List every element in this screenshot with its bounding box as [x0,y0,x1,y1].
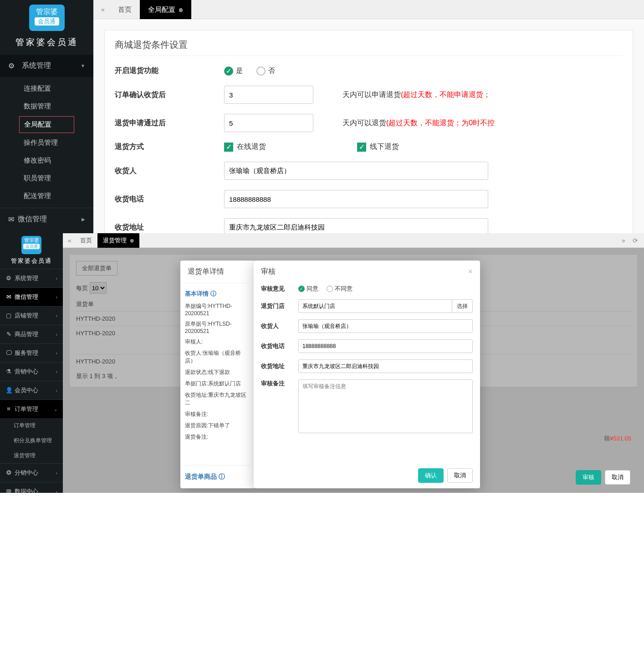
check-online-return[interactable]: ✓在线退货 [224,142,266,152]
close-icon[interactable]: × [468,267,473,276]
label-return-store: 退货门店 [261,302,298,310]
input-days-after-approve[interactable] [224,114,313,132]
nav-connect-config[interactable]: 连接配置 [0,80,93,97]
radio-agree[interactable]: ✓同意 [298,285,318,293]
main-content: « 首页 全局配置 ⊗ 商城退货条件设置 开启退货功能 ✓是 否 订单确认收货后… [93,0,644,233]
nav-global-config[interactable]: 全局配置 [19,116,74,133]
label-enable-return: 开启退货功能 [115,66,224,76]
nav-icon: ≡ [5,405,12,412]
tab-menu[interactable]: ⟳ [630,235,640,246]
confirm-button[interactable]: 确认 [418,468,444,483]
input-return-store[interactable] [298,299,452,313]
modal-audit: 审核× 审核意见 ✓同意 不同意 退货门店 [254,261,480,488]
modal-return-detail: 退货单详情 基本详情 ⓘ 单据编号:HYTTHD-20200521原单据号:HY… [180,261,255,488]
label-after-confirm: 订单确认收货后 [115,90,224,100]
info-line: 审核备注: [185,409,250,420]
nav-sub-item[interactable]: 退货管理 [0,448,63,463]
cancel-button[interactable]: 取消 [605,470,630,485]
logo: 管宗婆会员通 [21,236,41,254]
section-return-goods: 退货单商品 ⓘ [185,470,250,484]
label-phone: 收货电话 [261,342,298,350]
info-line: 退货原因:下错单了 [185,420,250,431]
settings-panel: 商城退货条件设置 开启退货功能 ✓是 否 订单确认收货后 天内可以申请退货(超过… [104,30,633,233]
hint-after-confirm: 天内可以申请退货(超过天数，不能申请退货； [342,90,491,100]
chevron-icon: ⌄ [54,407,57,412]
tab-home[interactable]: 首页 [110,0,140,19]
close-icon[interactable]: × [626,266,631,276]
check-offline-return[interactable]: ✓线下退货 [357,142,399,152]
chevron-icon: › [56,471,57,476]
input-phone[interactable] [224,190,488,208]
audit-button[interactable]: 审核 [576,470,601,485]
tab-scroll-left[interactable]: « [65,235,75,246]
nav-item[interactable]: ⚗营销中心› [0,362,63,381]
info-line: 审核人: [185,336,250,348]
radio-disagree[interactable]: 不同意 [327,285,353,293]
nav-item[interactable]: ≡订单管理⌄ [0,399,63,418]
nav-item[interactable]: ⚙系统管理› [0,269,63,287]
nav-sub-item[interactable]: 积分兑换单管理 [0,433,63,448]
label-phone: 收货电话 [115,194,224,204]
input-address[interactable] [298,359,473,373]
hint-after-approve: 天内可以退货(超过天数，不能退货；为0时不控 [342,118,495,128]
nav-change-password[interactable]: 修改密码 [0,152,93,169]
section-basic-info: 基本详情 ⓘ [185,287,250,301]
cancel-button[interactable]: 取消 [447,468,473,483]
input-days-after-confirm[interactable] [224,86,313,104]
nav-item[interactable]: ✉微信管理› [0,287,63,306]
nav-item[interactable]: ❂分销中心› [0,463,63,482]
modal-title: 审核 [261,267,276,276]
tab-return-mgmt[interactable]: 退货管理 ⊗ [97,233,139,248]
chevron-icon: › [56,276,57,281]
input-receiver[interactable] [298,319,473,333]
tab-global-config[interactable]: 全局配置 ⊗ [140,0,191,19]
input-address[interactable] [224,218,488,233]
radio-no[interactable]: 否 [256,67,275,76]
check-online-label: 在线退货 [237,142,266,152]
nav-icon: 🖵 [5,349,12,356]
nav-operator-mgmt[interactable]: 操作员管理 [0,134,93,152]
label-receiver: 收货人 [115,166,224,176]
envelope-icon: ✉ [8,215,14,224]
chevron-icon: › [56,332,57,337]
nav-item[interactable]: ▢店铺管理› [0,306,63,325]
label-after-approve: 退货申请通过后 [115,118,224,128]
select-store-button[interactable]: 选择 [452,299,473,313]
chevron-right-icon: ▶ [82,217,85,222]
chevron-icon: › [56,313,57,318]
info-line: 单据编号:HYTTHD-20200521 [185,301,250,318]
nav-item[interactable]: ▥数据中心› [0,482,63,493]
textarea-audit-remark[interactable] [298,379,473,433]
tab-home[interactable]: 首页 [75,233,97,248]
label-return-method: 退货方式 [115,142,224,152]
nav-data-mgmt[interactable]: 数据管理 [0,97,93,115]
radio-yes-label: 是 [236,67,243,75]
tab-global-config-label: 全局配置 [148,5,175,13]
nav-sub-item[interactable]: 订单管理 [0,418,63,433]
info-icon: ⓘ [219,473,225,480]
nav-wechat[interactable]: ✉微信管理 ▶ [0,208,93,230]
close-icon[interactable]: ⊗ [177,7,183,13]
nav-staff-mgmt[interactable]: 职员管理 [0,169,93,187]
tab-scroll-right[interactable]: » [618,235,629,246]
modal-title: 退货单详情 [188,267,224,276]
input-phone[interactable] [298,339,473,353]
nav-delivery-mgmt[interactable]: 配送管理 [0,187,93,205]
nav-item[interactable]: 🖵服务管理› [0,343,63,362]
chevron-icon: › [56,489,57,493]
nav-system-label: 系统管理 [22,61,51,71]
close-icon[interactable]: ⊗ [128,238,134,243]
chevron-icon: › [56,388,57,393]
info-line: 收货人:张瑜瑜（观音桥店） [185,348,250,367]
nav-item[interactable]: ✎商品管理› [0,325,63,343]
logo-text-bottom: 会员通 [35,17,59,26]
radio-yes[interactable]: ✓是 [224,67,243,76]
nav-icon: ✉ [5,293,12,300]
label-audit-opinion: 审核意见 [261,285,298,293]
nav-item[interactable]: 👤会员中心› [0,381,63,399]
app-title: 管家婆会员通 [0,34,93,55]
nav-system[interactable]: ⚙系统管理 ▼ [0,55,93,77]
input-receiver[interactable] [224,162,488,180]
radio-no-label: 否 [268,67,275,75]
tab-scroll-left[interactable]: « [96,3,110,16]
